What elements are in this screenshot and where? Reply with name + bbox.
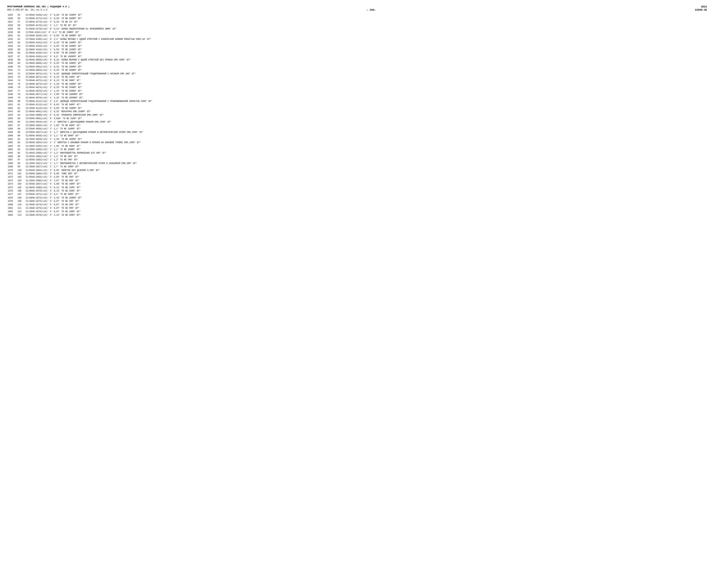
row-code: 72 bbox=[17, 72, 25, 76]
table-row: 103262I173640-4160(=14)' 8' 2,4' КОЛБА М… bbox=[7, 38, 707, 41]
row-number: 1062 bbox=[7, 141, 17, 144]
row-code: 81 bbox=[17, 103, 25, 106]
row-description: I1/0648-4173(=14)' 2' 0,44' TO ЖЕ 1Л' ШТ… bbox=[25, 20, 707, 24]
row-number: 1031 bbox=[7, 34, 17, 38]
table-row: 106999I1/3040-1657(=14)' 1' 1,7' TU ЖЕ 1… bbox=[7, 165, 707, 169]
row-code: 105 bbox=[17, 186, 25, 189]
row-code: 70 bbox=[17, 65, 25, 69]
row-number: 1073 bbox=[7, 179, 17, 183]
table-row: 1073103I1/2640-1606(=14)' 5' 2,07' TO ЖЕ… bbox=[7, 179, 707, 183]
row-code: 58 bbox=[17, 24, 25, 27]
row-number: 1077 bbox=[7, 193, 17, 196]
row-code: 84 bbox=[17, 113, 25, 117]
table-row: 104575I1/0640-4073(=14)' 2' 2,16' TO ЖЕ … bbox=[7, 83, 707, 86]
page-center: — 248— bbox=[366, 8, 376, 12]
row-number: 1063 bbox=[7, 145, 17, 148]
row-description: T1/0640-4111(=14)' 3' 2,6' ЦИЛИНДР ИЗМЕР… bbox=[25, 100, 707, 103]
row-code: 95 bbox=[17, 151, 25, 155]
row-description: I173040-4655(=14)' 3' 1,05' TO ЖЕ 50МЛ' … bbox=[25, 124, 707, 127]
row-code: 69 bbox=[17, 62, 25, 65]
table-row: 103666I1/0640-4164(=14)' 1' 0,65' TO ЖЕ … bbox=[7, 51, 707, 55]
row-description: I1/0640-4073(=14)' 2' 2,16' TO ЖЕ 100МЛ'… bbox=[25, 83, 707, 86]
table-row: 105484I1/2640-4090(=14)' 6' 0,32' ПРОБИР… bbox=[7, 113, 707, 117]
doc-number: 22699-30 bbox=[695, 8, 707, 12]
row-description: I1/0640-4061(=14)' 1' 0,31' TO ЖЕ 200МЛ'… bbox=[25, 65, 707, 69]
row-description: I1/2640-4113(=14)' 3' 0,95' TO ЖЕ 100МЛ'… bbox=[25, 107, 707, 110]
row-description: I1/2040-1676(=14)' 5' 0,07' TO ЖЕ 10МЛ' … bbox=[25, 210, 707, 213]
row-description: I1/0640-4060(=14)' 5' 0,25' TO ЖЕ 100МЛ'… bbox=[25, 62, 707, 65]
table-row: 102959I1/0648-4178(=14)' 8' 0,14' КОЛБА … bbox=[7, 27, 707, 31]
row-description: I1/0648-4074(=14)' 2' 0,25' TO ЖЕ 250МЛ'… bbox=[25, 86, 707, 89]
table-row: 106797I1/0540-1602(=14)' 1' 1,2' TO ЖЕ 5… bbox=[7, 158, 707, 162]
table-row: 105080T1/0640-4111(=14)' 3' 2,6' ЦИЛИНДР… bbox=[7, 100, 707, 103]
row-code: 62 bbox=[17, 38, 25, 41]
row-code: 111 bbox=[17, 207, 25, 210]
row-description: I1/0540-1665(=14)' 5' 4,05' TO ЖЕ 2МЛ' Ш… bbox=[25, 175, 707, 179]
row-description: I1/0648-4178(=14)' 8' 0,14' КОЛБА ЛАБОРА… bbox=[25, 27, 707, 31]
row-code: 71 bbox=[17, 69, 25, 72]
row-number: 1066 bbox=[7, 155, 17, 158]
row-number: 1065 bbox=[7, 151, 17, 155]
row-number: 1032 bbox=[7, 38, 17, 41]
row-code: 82 bbox=[17, 107, 25, 110]
row-description: I1/2640-1657(=14)' 1' 1,7' МАКРОБЮРЕТКА … bbox=[25, 162, 707, 165]
row-code: 80 bbox=[17, 100, 25, 103]
table-row: 1079109I1/4040-1673(=14)' 5' 0,07' TO ЖЕ… bbox=[7, 200, 707, 203]
table-row: 1071101I1/0640-1604(=13)' 5' 0,05' ТОЖЕ … bbox=[7, 172, 707, 175]
row-code: 83 bbox=[17, 110, 25, 113]
row-description: I1/0640-1604(=13)' 5' 0,05' ТОЖЕ 1МЛ' ШТ… bbox=[25, 172, 707, 175]
row-description: I1/2640-1606(=14)' 5' 2,07' TO ЖЕ 5МЛ' Ш… bbox=[25, 179, 707, 183]
row-code: 67 bbox=[17, 55, 25, 58]
row-number: 1069 bbox=[7, 165, 17, 169]
row-code: 59 bbox=[17, 27, 25, 31]
row-number: 1035 bbox=[7, 48, 17, 51]
row-description: I1/0640-4081(=14)' 1' 0,32' МЕНЗУРКА ЕМК… bbox=[25, 110, 707, 113]
row-number: 1056 bbox=[7, 120, 17, 124]
row-number: 1054 bbox=[7, 113, 17, 117]
row-description: I1/0640-4164(=14)' 1' 0,65' TO ЖЕ 500МЛ'… bbox=[25, 51, 707, 55]
table-row: 104979I1/0640-4078(=14)' 1' 3,15' TO ЖЕ … bbox=[7, 96, 707, 100]
table-row: 106393I1/3040-1655(=14)' 1' 1,05' TO ЖЕ … bbox=[7, 145, 707, 148]
row-number: 1041 bbox=[7, 69, 17, 72]
row-description: I1/0640-1654(=14)' 1' 1' БЮРЕТКА С БОКОВ… bbox=[25, 141, 707, 144]
row-description: I1/3040-1657(=14)' 1' 1,7' TU ЖЕ 10МЛ' Ш… bbox=[25, 165, 707, 169]
row-number: 1044 bbox=[7, 79, 17, 82]
row-number: 1036 bbox=[7, 51, 17, 55]
row-code: 90 bbox=[17, 134, 25, 138]
row-description: I1/0640-4162(=14)' 1' 0,55' TO ЖЕ 200МЛ'… bbox=[25, 45, 707, 48]
table-row: 106292I1/0640-1654(=14)' 1' 1' БЮРЕТКА С… bbox=[7, 141, 707, 144]
row-number: 1042 bbox=[7, 72, 17, 76]
row-code: 63 bbox=[17, 41, 25, 44]
row-code: 102 bbox=[17, 175, 25, 179]
row-description: I1/0640-4076(=14)' 1' 1,15' TO ЖЕ 500МЛ'… bbox=[25, 89, 707, 93]
row-code: 106 bbox=[17, 189, 25, 193]
table-row: 1070100I170640-1604(=14)' 5' 0,05' ПИПЕТ… bbox=[7, 169, 707, 172]
table-row: 105585I172040-4091(=14)' 6' 2,059' TO ЖЕ… bbox=[7, 117, 707, 120]
table-row: 102858I170648-4176(=14)' 1' 1,1' TU МЕ 4… bbox=[7, 24, 707, 27]
table-row: 105787I173040-4655(=14)' 3' 1,05' TO ЖЕ … bbox=[7, 124, 707, 127]
row-number: 1038 bbox=[7, 58, 17, 62]
row-number: 1043 bbox=[7, 76, 17, 79]
row-code: 55 bbox=[17, 14, 25, 17]
row-description: I173640-4160(=14)' 8' 2,4' КОЛБА МЕРНАЯ … bbox=[25, 38, 707, 41]
row-description: I1/2640-4659(=14)' 1' 2,35' TO ЖЕ 100МЛ'… bbox=[25, 138, 707, 141]
row-number: 1050 bbox=[7, 100, 17, 103]
table-row: 105888I172040-4656(=14)' 1' 1,1' TO ЖЕ 1… bbox=[7, 127, 707, 131]
table-row: 104676I1/0648-4074(=14)' 2' 0,25' TO ЖЕ … bbox=[7, 86, 707, 89]
row-code: 103 bbox=[17, 179, 25, 183]
row-code: 89 bbox=[17, 131, 25, 134]
row-code: 66 bbox=[17, 51, 25, 55]
row-code: 112 bbox=[17, 210, 25, 213]
data-table: 102555I1/0640-4169(=14)' 2' 0,28' TO ЖЕ … bbox=[7, 14, 707, 217]
row-number: 1064 bbox=[7, 148, 17, 151]
page-number: 3624 bbox=[701, 5, 707, 8]
row-code: 107 bbox=[17, 193, 25, 196]
row-description: I172040-4091(=14)' 6' 2,059' TO ЖЕ 21МЛ'… bbox=[25, 117, 707, 120]
table-row: 1077107I170040-1671(=14)' 5' 0,3' TU ЖЕ … bbox=[7, 193, 707, 196]
row-code: 104 bbox=[17, 183, 25, 186]
row-number: 1030 bbox=[7, 31, 17, 34]
table-row: 102555I1/0640-4169(=14)' 2' 0,28' TO ЖЕ … bbox=[7, 14, 707, 17]
row-description: I1/0540-1602(=14)' 1' 1,2' TO ЖЕ 5МЛ' ШТ… bbox=[25, 158, 707, 162]
row-code: 86 bbox=[17, 120, 25, 124]
row-number: 1047 bbox=[7, 89, 17, 93]
